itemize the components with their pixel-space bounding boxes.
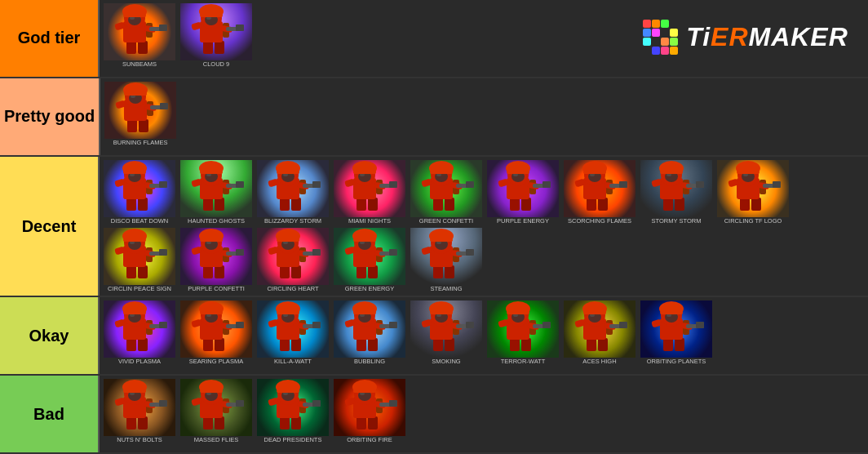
svg-rect-376: [353, 389, 376, 393]
svg-rect-311: [583, 311, 606, 314]
tier-content-decent: DISCO BEAT DOWN: [98, 157, 868, 296]
list-item[interactable]: CIRCLING TF LOGO: [716, 160, 790, 225]
item-label: DEAD PRESIDENTS: [256, 437, 330, 443]
svg-rect-352: [291, 416, 301, 430]
svg-rect-221: [126, 338, 136, 351]
item-label: ORBITING FIRE: [333, 437, 406, 443]
list-item[interactable]: HAUNTED GHOSTS: [179, 160, 253, 225]
list-item[interactable]: ORBITING FIRE: [333, 379, 406, 443]
list-item[interactable]: NUTS N' BOLTS: [103, 379, 176, 443]
item-image: [487, 300, 559, 358]
svg-rect-194: [277, 238, 299, 242]
tier-label-bad: Bad: [0, 376, 98, 452]
svg-rect-261: [368, 338, 378, 351]
item-image: [410, 228, 482, 285]
tier-row-bad: Bad: [0, 376, 868, 454]
svg-rect-85: [389, 181, 397, 188]
list-item[interactable]: BUBBLING: [333, 300, 406, 365]
list-item[interactable]: BURNING FLAMES: [104, 82, 177, 146]
svg-rect-103: [430, 171, 453, 174]
item-label: SMOKING: [410, 358, 483, 365]
list-item[interactable]: VIVID PLASMA: [103, 300, 176, 365]
item-image: [257, 379, 329, 436]
svg-rect-46: [159, 181, 167, 188]
svg-rect-12: [123, 14, 146, 17]
item-image: [257, 300, 329, 358]
item-image: [640, 300, 712, 358]
svg-rect-13: [203, 41, 213, 54]
list-item[interactable]: MASSED FLIES: [179, 379, 253, 443]
svg-rect-142: [660, 171, 683, 174]
list-item[interactable]: CLOUD 9: [179, 3, 253, 68]
list-item[interactable]: GREEN ENERGY: [333, 228, 406, 292]
item-image: [180, 3, 252, 60]
list-item[interactable]: PURPLE ENERGY: [486, 160, 560, 225]
svg-rect-220: [430, 238, 453, 242]
svg-rect-351: [280, 416, 290, 430]
svg-rect-312: [663, 338, 673, 351]
item-image: [334, 228, 405, 285]
svg-rect-371: [389, 400, 397, 407]
svg-rect-202: [389, 249, 397, 256]
item-image: [180, 228, 252, 285]
svg-rect-286: [510, 338, 520, 351]
list-item[interactable]: CIRCLIN PEACE SIGN: [103, 228, 176, 292]
item-label: BUBBLING: [333, 358, 406, 365]
list-item[interactable]: DEAD PRESIDENTS: [256, 379, 330, 443]
item-label: MASSED FLIES: [179, 437, 253, 443]
list-item[interactable]: ORBITING PLANETS: [640, 300, 713, 365]
svg-rect-196: [368, 265, 378, 278]
list-item[interactable]: SCORCHING FLAMES: [563, 160, 636, 225]
item-image: [104, 160, 175, 217]
svg-rect-248: [291, 338, 301, 351]
svg-rect-189: [312, 249, 321, 256]
list-item[interactable]: SEARING PLASMA: [179, 300, 253, 365]
list-item[interactable]: BLIZZARDY STORM: [256, 160, 330, 225]
tier-label-okay: Okay: [0, 297, 98, 374]
item-image: [104, 82, 176, 139]
svg-rect-332: [159, 400, 167, 407]
svg-rect-222: [138, 338, 148, 351]
list-item[interactable]: GREEN CONFETTI: [410, 160, 483, 225]
svg-rect-298: [507, 311, 529, 314]
item-image: [104, 228, 175, 285]
svg-rect-117: [587, 198, 596, 211]
svg-rect-170: [215, 265, 224, 278]
svg-rect-207: [353, 238, 376, 242]
svg-rect-313: [675, 338, 684, 351]
item-label: VIVID PLASMA: [103, 358, 176, 365]
list-item[interactable]: TERROR-WATT: [486, 300, 560, 365]
list-item[interactable]: PURPLE CONFETTI: [179, 228, 253, 292]
item-image: [564, 160, 636, 217]
list-item[interactable]: STORMY STORM: [640, 160, 713, 225]
svg-rect-129: [583, 171, 606, 174]
tier-row-pretty-good: Pretty good: [0, 78, 868, 157]
svg-rect-319: [696, 322, 704, 328]
item-label: SEARING PLASMA: [179, 358, 253, 365]
item-label: GREEN ENERGY: [333, 286, 406, 292]
list-item[interactable]: SUNBEAMS: [103, 3, 176, 68]
svg-rect-195: [356, 265, 366, 278]
tier-row-okay: Okay: [0, 297, 868, 376]
list-item[interactable]: ACES HIGH: [563, 300, 636, 365]
item-label: BLIZZARDY STORM: [256, 218, 330, 225]
list-item[interactable]: CIRCLING HEART: [256, 228, 330, 292]
item-image: [180, 379, 252, 436]
list-item[interactable]: STEAMING: [410, 228, 483, 292]
svg-rect-51: [123, 171, 146, 174]
item-image: [180, 160, 252, 217]
svg-rect-14: [215, 41, 224, 54]
svg-rect-364: [356, 416, 366, 430]
list-item[interactable]: MIAMI NIGHTS: [333, 160, 406, 225]
list-item[interactable]: SMOKING: [410, 300, 483, 365]
logo-grid: [643, 20, 678, 55]
svg-rect-91: [433, 198, 443, 211]
item-label: SCORCHING FLAMES: [563, 218, 636, 225]
list-item[interactable]: KILL-A-WATT: [256, 300, 330, 365]
item-image: [104, 379, 175, 436]
svg-rect-358: [312, 400, 321, 407]
list-item[interactable]: DISCO BEAT DOWN: [103, 160, 176, 225]
item-label: CIRCLIN PEACE SIGN: [103, 286, 176, 292]
svg-rect-273: [433, 338, 443, 351]
svg-rect-1: [138, 41, 148, 54]
